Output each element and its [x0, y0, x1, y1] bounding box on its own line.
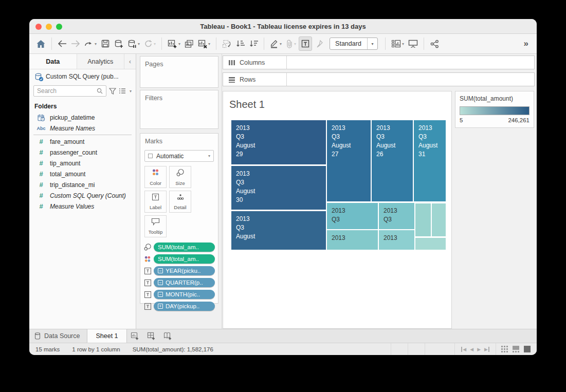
attachment-caret-icon[interactable]: ▾	[294, 42, 296, 46]
treemap-cell[interactable]	[415, 238, 446, 250]
toolbar-overflow-button[interactable]: »	[521, 39, 532, 49]
collapse-icon[interactable]: −	[158, 292, 163, 297]
filter-icon[interactable]	[109, 88, 116, 95]
treemap-cell[interactable]: 2013	[379, 230, 414, 250]
attachment-button[interactable]: ▾	[284, 36, 298, 51]
grid-view-icon[interactable]	[501, 346, 508, 352]
size-button[interactable]: Size	[169, 166, 191, 188]
new-worksheet-button[interactable]: ▾	[166, 36, 182, 51]
new-worksheet-caret-icon[interactable]: ▾	[178, 42, 180, 46]
field-item[interactable]: AbcMeasure Names	[29, 123, 136, 134]
new-worksheet-tab-button[interactable]	[127, 329, 143, 343]
field-item[interactable]: #total_amount	[29, 169, 136, 179]
view-list-icon[interactable]	[119, 88, 126, 94]
treemap-cell[interactable]: 2013 Q3 August 27	[327, 120, 371, 201]
swap-rows-columns-button[interactable]	[221, 36, 233, 51]
pause-auto-updates-button[interactable]: ▾	[126, 36, 141, 51]
new-story-tab-button[interactable]	[160, 329, 176, 343]
collapse-icon[interactable]: −	[158, 280, 163, 285]
shelf-pill[interactable]: +DAY(pickup..	[154, 302, 215, 311]
sort-ascending-button[interactable]	[234, 36, 246, 51]
treemap-cell[interactable]: 2013 Q3 August	[231, 211, 326, 250]
refresh-button[interactable]: ▾	[142, 36, 157, 51]
clear-sheet-caret-icon[interactable]: ▾	[208, 42, 210, 46]
field-item[interactable]: #passenger_count	[29, 147, 136, 158]
treemap-cell[interactable]: 2013 Q3 August 29	[231, 120, 326, 164]
treemap-cell[interactable]: 2013 Q3 August 31	[414, 120, 446, 201]
shelf-pill[interactable]: −YEAR(picku..	[154, 266, 215, 275]
new-data-source-button[interactable]	[113, 36, 125, 51]
refresh-caret-icon[interactable]: ▾	[154, 42, 156, 46]
field-item[interactable]: #trip_distance_mi	[29, 179, 136, 190]
redo-caret-icon[interactable]: ▾	[95, 42, 97, 46]
first-page-icon[interactable]: ◀	[461, 347, 466, 352]
next-page-icon[interactable]: ▶	[477, 347, 481, 352]
presentation-mode-button[interactable]	[407, 36, 419, 51]
mark-type-dropdown[interactable]: Automatic ▾	[144, 150, 214, 162]
field-item[interactable]: pickup_datetime	[29, 112, 136, 123]
single-view-icon[interactable]	[524, 346, 531, 352]
collapse-panel-icon[interactable]: ‹	[124, 54, 136, 69]
rows-shelf[interactable]: Rows	[223, 72, 535, 86]
pause-caret-icon[interactable]: ▾	[138, 42, 140, 46]
field-item[interactable]: #tip_amount	[29, 158, 136, 169]
show-cards-caret-icon[interactable]: ▾	[402, 42, 404, 46]
mark-button-label: Color	[150, 180, 161, 186]
treemap-cell[interactable]: 2013 Q3	[379, 203, 414, 229]
share-button[interactable]	[428, 36, 441, 51]
tab-data[interactable]: Data	[29, 54, 77, 69]
treemap-cell[interactable]: 2013 Q3 August 30	[231, 166, 326, 210]
forward-button[interactable]	[69, 36, 82, 51]
save-button[interactable]	[99, 36, 112, 51]
fit-selector[interactable]: Standard ▾	[330, 38, 378, 50]
status-cell	[425, 343, 454, 355]
treemap-cell[interactable]: 2013 Q3	[327, 203, 378, 229]
filters-card[interactable]: Filters	[140, 90, 218, 129]
last-page-icon[interactable]: ▶	[484, 347, 489, 352]
shelf-pill[interactable]: −QUARTER(p..	[154, 278, 215, 287]
filmstrip-view-icon[interactable]	[513, 346, 519, 352]
show-mark-labels-button[interactable]	[299, 36, 312, 51]
fix-axes-button[interactable]	[313, 36, 325, 51]
treemap-cell[interactable]	[432, 203, 446, 236]
data-source-tab[interactable]: Data Source	[29, 329, 87, 343]
search-box[interactable]	[33, 85, 106, 97]
fit-selector-caret-icon[interactable]: ▾	[367, 38, 377, 49]
previous-page-icon[interactable]: ◀	[470, 347, 473, 352]
expand-icon[interactable]: +	[158, 304, 163, 309]
treemap-cell[interactable]: 2013	[327, 230, 378, 250]
highlight-button[interactable]: ▾	[268, 36, 283, 51]
new-dashboard-tab-button[interactable]	[143, 329, 160, 343]
sheet-canvas[interactable]: Sheet 1 2013 Q3 August 292013 Q3 August …	[223, 91, 452, 329]
view-options-caret-icon[interactable]: ▾	[130, 89, 132, 94]
shelf-pill[interactable]: −MONTH(pic..	[154, 290, 215, 299]
field-item[interactable]: #Custom SQL Query (Count)	[29, 190, 136, 201]
sheet-canvas-title: Sheet 1	[229, 99, 265, 110]
detail-button[interactable]: Detail	[169, 191, 191, 213]
home-button[interactable]	[34, 36, 47, 51]
back-button[interactable]	[56, 36, 68, 51]
sort-descending-button[interactable]	[247, 36, 260, 51]
tab-analytics[interactable]: Analytics	[77, 54, 125, 69]
label-button[interactable]: Label	[144, 191, 167, 213]
search-input[interactable]	[37, 87, 97, 95]
color-button[interactable]: Color	[144, 166, 167, 188]
collapse-icon[interactable]: −	[158, 268, 163, 273]
sheet-tab-active[interactable]: Sheet 1	[87, 329, 126, 343]
shelf-pill[interactable]: SUM(total_am..	[154, 254, 215, 264]
color-legend-card[interactable]: SUM(total_amount) 5 246,261	[455, 91, 534, 128]
duplicate-sheet-button[interactable]	[183, 36, 195, 51]
clear-sheet-button[interactable]: ▾	[196, 36, 212, 51]
field-item[interactable]: #fare_amount	[29, 136, 136, 147]
pages-card[interactable]: Pages	[140, 56, 218, 88]
treemap-cell[interactable]	[415, 203, 431, 236]
treemap-cell[interactable]: 2013 Q3 August 26	[372, 120, 413, 201]
datasource-item[interactable]: Custom SQL Query (pub...	[29, 69, 136, 84]
tooltip-button[interactable]: Tooltip	[144, 215, 167, 237]
highlight-caret-icon[interactable]: ▾	[280, 42, 282, 46]
shelf-pill[interactable]: SUM(total_am..	[154, 242, 215, 252]
field-item[interactable]: #Measure Values	[29, 201, 136, 212]
columns-shelf[interactable]: Columns	[223, 55, 535, 69]
redo-button[interactable]: ▾	[83, 36, 98, 51]
show-hide-cards-button[interactable]: ▾	[390, 36, 406, 51]
